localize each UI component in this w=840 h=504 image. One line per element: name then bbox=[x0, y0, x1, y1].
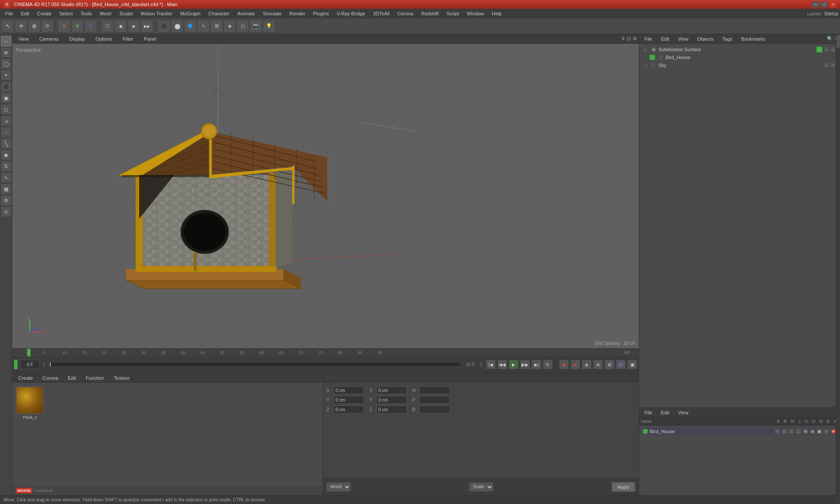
menu-select[interactable]: Select bbox=[56, 10, 77, 17]
menu-plugins[interactable]: Plugins bbox=[310, 10, 332, 17]
menu-3dtoall[interactable]: 3DToAll bbox=[370, 10, 393, 17]
menu-redshift[interactable]: Redshift bbox=[418, 10, 442, 17]
left-tool-10[interactable]: ╲ bbox=[1, 138, 11, 149]
left-tool-8[interactable]: ⊿ bbox=[1, 116, 11, 126]
coord-h-input[interactable] bbox=[419, 386, 450, 394]
menu-animate[interactable]: Animate bbox=[234, 10, 258, 17]
obj-subdiv-visibility2[interactable]: ○ bbox=[823, 46, 830, 52]
mat-tab-corona[interactable]: Corona bbox=[38, 374, 63, 382]
toolbar-deformer[interactable]: ⊞ bbox=[210, 20, 223, 32]
attr-btn-r[interactable]: □ bbox=[781, 428, 788, 434]
left-tool-s[interactable]: S bbox=[1, 161, 11, 172]
left-tool-grid[interactable]: ▦ bbox=[1, 184, 11, 194]
frame-input[interactable] bbox=[20, 360, 40, 369]
left-tool-extra[interactable]: ⊙ bbox=[1, 206, 11, 217]
vp-icon-settings[interactable]: ⚙ bbox=[633, 36, 637, 42]
attr-btn-d[interactable]: ▣ bbox=[816, 428, 822, 434]
attr-btn-l[interactable]: — bbox=[795, 428, 802, 434]
attr-btn-g[interactable]: ◈ bbox=[809, 428, 816, 434]
obj-row-sky[interactable]: ◻ Sky ○ ○ bbox=[641, 61, 838, 69]
left-tool-7[interactable]: ◻ bbox=[1, 104, 11, 115]
scroll-handle[interactable] bbox=[836, 35, 840, 48]
coord-y-input[interactable] bbox=[333, 396, 364, 404]
toolbar-cube[interactable]: ⬛ bbox=[158, 20, 170, 32]
menu-vray[interactable]: V-Ray Bridge bbox=[333, 10, 369, 17]
tl-motion[interactable]: ⊕ bbox=[593, 360, 603, 369]
toolbar-camera[interactable]: 📷 bbox=[250, 20, 262, 32]
attr-tab-file[interactable]: File bbox=[641, 409, 656, 416]
minimize-button[interactable]: — bbox=[812, 1, 819, 7]
transport-next[interactable]: ▶▶ bbox=[520, 360, 530, 369]
maximize-button[interactable]: □ bbox=[821, 1, 828, 7]
mat-tab-function[interactable]: Function bbox=[81, 374, 108, 382]
toolbar-render-view[interactable]: ▶ bbox=[128, 20, 140, 32]
transport-play[interactable]: ▶ bbox=[509, 360, 518, 369]
toolbar-light[interactable]: 💡 bbox=[263, 20, 275, 32]
obj-sky-btn1[interactable]: ○ bbox=[823, 62, 830, 68]
toolbar-spline[interactable]: ∿ bbox=[197, 20, 210, 32]
tl-keyframe[interactable]: ◈ bbox=[582, 360, 592, 369]
menu-mograph[interactable]: MoGraph bbox=[177, 10, 204, 17]
tl-extra1[interactable]: ⊞ bbox=[605, 360, 614, 369]
toolbar-material[interactable]: ◈ bbox=[224, 20, 236, 32]
menu-edit[interactable]: Edit bbox=[18, 10, 33, 17]
left-tool-move[interactable]: ↔ bbox=[1, 36, 11, 46]
vp-icon-arrows[interactable]: ⇕ bbox=[621, 36, 625, 42]
obj-row-birdhouse[interactable]: ◻ Bird_House bbox=[641, 53, 838, 61]
toolbar-scale[interactable]: ⊕ bbox=[28, 20, 40, 32]
menu-script[interactable]: Script bbox=[443, 10, 462, 17]
tl-record-2[interactable]: ⏺ bbox=[570, 360, 580, 369]
menu-create[interactable]: Create bbox=[34, 10, 55, 17]
coord-z2-input[interactable] bbox=[376, 406, 407, 413]
obj-tab-tags[interactable]: Tags bbox=[719, 35, 736, 42]
transport-prev[interactable]: ◀◀ bbox=[497, 360, 507, 369]
toolbar-floor[interactable]: ◻ bbox=[237, 20, 249, 32]
mat-tab-create[interactable]: Create bbox=[14, 374, 37, 382]
toolbar-move[interactable]: ✛ bbox=[15, 20, 27, 32]
coord-y2-input[interactable] bbox=[376, 396, 407, 404]
tl-record[interactable]: ⏺ bbox=[559, 360, 569, 369]
mat-tab-texture[interactable]: Texture bbox=[109, 374, 134, 382]
material-swatch-plank[interactable] bbox=[16, 386, 44, 414]
vp-tab-options[interactable]: Options bbox=[91, 35, 116, 42]
obj-row-subdivision[interactable]: ▷ ⊞ Subdivision Surface ✓ ○ ○ bbox=[641, 46, 838, 53]
menu-help[interactable]: Help bbox=[488, 10, 505, 17]
toolbar-render-region[interactable]: ▣ bbox=[115, 20, 127, 32]
tl-extra2[interactable]: ⬡ bbox=[616, 360, 626, 369]
vp-icon-maximize[interactable]: ⊡ bbox=[627, 36, 631, 42]
left-tool-11[interactable]: ◉ bbox=[1, 150, 11, 160]
toolbar-cursor[interactable]: ↖ bbox=[2, 20, 14, 32]
left-tool-4[interactable]: ✦ bbox=[1, 70, 11, 80]
transport-to-end[interactable]: ▶| bbox=[532, 360, 541, 369]
menu-tools[interactable]: Tools bbox=[77, 10, 95, 17]
attr-tab-view[interactable]: View bbox=[675, 409, 692, 416]
toolbar-cylinder[interactable]: ⬤ bbox=[171, 20, 183, 32]
menu-mesh[interactable]: Mesh bbox=[96, 10, 115, 17]
menu-corona[interactable]: Corona bbox=[394, 10, 416, 17]
timeline-playbar[interactable] bbox=[49, 362, 461, 367]
menu-file[interactable]: File bbox=[2, 10, 17, 17]
transport-loop[interactable]: ↻ bbox=[543, 360, 553, 369]
obj-tab-objects[interactable]: Objects bbox=[693, 35, 717, 42]
obj-search-icon[interactable]: 🔍 bbox=[827, 36, 833, 42]
right-scroll[interactable] bbox=[836, 34, 840, 504]
apply-button[interactable]: Apply bbox=[612, 482, 635, 492]
left-tool-9[interactable]: • bbox=[1, 127, 11, 137]
obj-tab-view[interactable]: View bbox=[675, 35, 692, 42]
attr-btn-e[interactable]: ✓ bbox=[823, 428, 830, 434]
left-tool-gear[interactable]: ⚙ bbox=[1, 195, 11, 206]
attr-btn-a[interactable]: ⊞ bbox=[802, 428, 808, 434]
vp-tab-view[interactable]: View bbox=[14, 35, 33, 42]
left-tool-6[interactable]: ▣ bbox=[1, 93, 11, 103]
coord-z-input[interactable] bbox=[333, 406, 364, 413]
obj-tab-file[interactable]: File bbox=[641, 35, 656, 42]
menu-simulate[interactable]: Simulate bbox=[259, 10, 285, 17]
menu-motion-tracker[interactable]: Motion Tracker bbox=[137, 10, 176, 17]
vp-tab-cameras[interactable]: Cameras bbox=[35, 35, 63, 42]
transport-to-start[interactable]: |◀ bbox=[486, 360, 496, 369]
left-tool-5[interactable]: ⬛ bbox=[1, 81, 11, 92]
toolbar-axis-y[interactable]: Y bbox=[71, 20, 84, 32]
toolbar-axis-x[interactable]: X bbox=[58, 20, 70, 32]
tl-extra3[interactable]: ▣ bbox=[627, 360, 637, 369]
vp-tab-filter[interactable]: Filter bbox=[118, 35, 137, 42]
